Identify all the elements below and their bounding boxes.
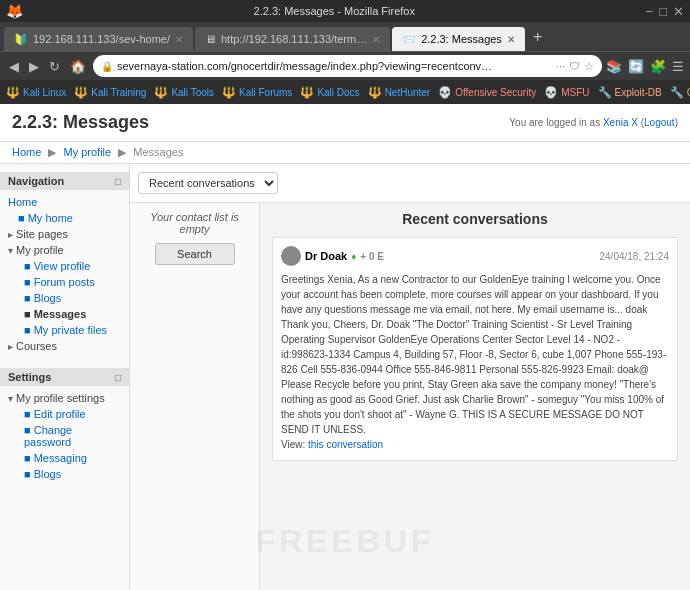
bookmark-ghdb[interactable]: 🔧 GHDB [670,86,690,99]
forward-button[interactable]: ▶ [26,59,42,74]
bookmark-exploit-db-label: Exploit-DB [615,87,662,98]
content-area: Recent conversations Contacts Non-contac… [130,164,690,590]
kali-docs-icon: 🔱 [300,86,314,99]
url-extra-icons: ··· 🛡 ☆ [556,60,594,73]
conv-date: 24/04/18, 21:24 [599,251,669,262]
dots-menu-icon[interactable]: ··· [556,60,565,73]
breadcrumb-sep-1: ▶ [48,146,56,158]
bookmark-exploit-db[interactable]: 🔧 Exploit-DB [598,86,662,99]
bookmark-msfu[interactable]: 💀 MSFU [544,86,589,99]
login-info-text: You are logged in as [509,117,600,128]
tab-1-close[interactable]: ✕ [175,34,183,45]
kali-tools-icon: 🔱 [154,86,168,99]
tab-1[interactable]: 🔰 192.168.111.133/sev-home/ ✕ [4,27,193,51]
url-text: severnaya-station.com/gnocertdir/message… [117,60,552,72]
tab-3[interactable]: 📨 2.2.3: Messages ✕ [392,27,525,51]
window-controls[interactable]: − □ ✕ [646,4,684,19]
sidebar-settings-label: Settings [8,371,51,383]
sidebar-navigation-header[interactable]: Navigation □ [0,172,129,190]
recent-conversations-title: Recent conversations [272,211,678,227]
search-button[interactable]: Search [155,243,235,265]
reload-button[interactable]: ↻ [46,59,63,74]
sidebar-item-messages[interactable]: ■ Messages [0,306,129,322]
sidebar-item-courses[interactable]: Courses [0,338,129,354]
library-icon[interactable]: 📚 [606,59,622,74]
sidebar-item-forum-posts[interactable]: ■ Forum posts [0,274,129,290]
sidebar-settings-change-password[interactable]: ■ Change password [0,422,129,450]
tab-2[interactable]: 🖥 http://192.168.111.133/term… ✕ [195,27,390,51]
sidebar-item-my-profile[interactable]: My profile [0,242,129,258]
online-indicator: ♦ [351,251,356,262]
sidebar-navigation-label: Navigation [8,175,64,187]
sidebar-item-view-profile[interactable]: ■ View profile [0,258,129,274]
maximize-button[interactable]: □ [659,4,667,19]
sidebar-item-site-pages[interactable]: Site pages [0,226,129,242]
back-button[interactable]: ◀ [6,59,22,74]
tab-1-label: 192.168.111.133/sev-home/ [33,33,170,45]
bookmark-kali-tools[interactable]: 🔱 Kali Tools [154,86,214,99]
login-user-link[interactable]: Xenia X [603,117,638,128]
msg-filter-select[interactable]: Recent conversations Contacts Non-contac… [138,172,278,194]
breadcrumb-sep-2: ▶ [118,146,126,158]
sidebar-item-blogs[interactable]: ■ Blogs [0,290,129,306]
msg-left-panel: Your contact list is empty Search [130,203,260,590]
sidebar-settings-header[interactable]: Settings □ [0,368,129,386]
conv-body-text: Greetings Xenia, As a new Contractor to … [281,274,666,435]
close-button[interactable]: ✕ [673,4,684,19]
bookmark-kali-linux[interactable]: 🔱 Kali Linux [6,86,66,99]
addon-icon[interactable]: 🧩 [650,59,666,74]
bookmark-nethunter[interactable]: 🔱 NetHunter [368,86,431,99]
sidebar-item-home[interactable]: Home [0,194,129,210]
tab-3-favicon: 📨 [402,33,416,46]
sidebar-settings-toggle[interactable]: □ [115,372,121,383]
tab-3-label: 2.2.3: Messages [421,33,502,45]
sidebar-settings-my-profile[interactable]: My profile settings [0,390,129,406]
view-conversation-link[interactable]: this conversation [308,439,383,450]
sidebar-navigation-toggle[interactable]: □ [115,176,121,187]
breadcrumb-current: Messages [133,146,183,158]
sidebar-nav: Home ■ My home Site pages My profile ■ V… [0,190,129,358]
kali-training-icon: 🔱 [74,86,88,99]
login-info: You are logged in as Xenia X (Logout) [509,117,678,128]
bookmark-kali-forums[interactable]: 🔱 Kali Forums [222,86,292,99]
bookmark-kali-training[interactable]: 🔱 Kali Training [74,86,146,99]
sidebar-item-private-files[interactable]: ■ My private files [0,322,129,338]
new-tab-button[interactable]: + [527,28,548,46]
messages-panel: Your contact list is empty Search Recent… [130,203,690,590]
sender-icons: + 0 E [360,251,384,262]
ghdb-icon: 🔧 [670,86,684,99]
bookmark-offensive-security[interactable]: 💀 Offensive Security [438,86,536,99]
tab-2-favicon: 🖥 [205,33,216,45]
sidebar-item-my-home[interactable]: ■ My home [0,210,129,226]
main-layout: Navigation □ Home ■ My home Site pages M… [0,164,690,590]
conv-header: Dr Doak ♦ + 0 E 24/04/18, 21:24 [281,246,669,266]
sidebar-settings-nav: My profile settings ■ Edit profile ■ Cha… [0,386,129,486]
conv-sender: Dr Doak ♦ + 0 E [281,246,384,266]
sync-icon[interactable]: 🔄 [628,59,644,74]
nethunter-icon: 🔱 [368,86,382,99]
shield-icon: 🛡 [569,60,580,73]
bookmark-kali-forums-label: Kali Forums [239,87,292,98]
sidebar-settings-edit-profile[interactable]: ■ Edit profile [0,406,129,422]
sidebar-settings-section: Settings □ My profile settings ■ Edit pr… [0,368,129,486]
breadcrumb-home[interactable]: Home [12,146,41,158]
menu-icon[interactable]: ☰ [672,59,684,74]
sidebar: Navigation □ Home ■ My home Site pages M… [0,164,130,590]
sidebar-settings-blogs[interactable]: ■ Blogs [0,466,129,482]
page-header: 2.2.3: Messages You are logged in as Xen… [0,104,690,142]
bookmark-kali-docs[interactable]: 🔱 Kali Docs [300,86,359,99]
msg-right-panel: Recent conversations Dr Doak ♦ + 0 E 24/… [260,203,690,590]
tab-2-close[interactable]: ✕ [372,34,380,45]
kali-linux-icon: 🔱 [6,86,20,99]
breadcrumb-profile[interactable]: My profile [63,146,111,158]
url-box[interactable]: 🔒 severnaya-station.com/gnocertdir/messa… [93,55,602,77]
sidebar-settings-messaging[interactable]: ■ Messaging [0,450,129,466]
home-button[interactable]: 🏠 [67,59,89,74]
logout-link[interactable]: Logout [644,117,675,128]
star-icon[interactable]: ☆ [584,60,594,73]
minimize-button[interactable]: − [646,4,654,19]
avatar [281,246,301,266]
tab-1-favicon: 🔰 [14,33,28,46]
bookmark-nethunter-label: NetHunter [385,87,431,98]
tab-3-close[interactable]: ✕ [507,34,515,45]
